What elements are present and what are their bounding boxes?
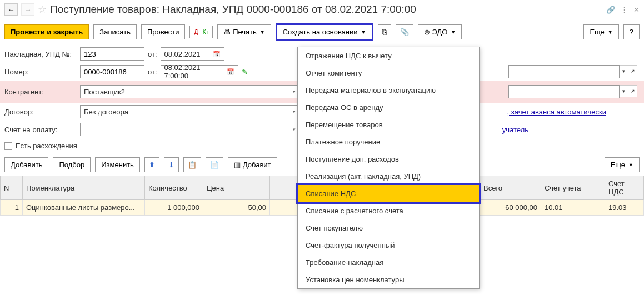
invoice-no-input[interactable]: [80, 47, 144, 61]
close-icon[interactable]: ✕: [633, 6, 640, 14]
page-title: Поступление товаров: Накладная, УПД 0000…: [50, 3, 603, 16]
scan-add-button[interactable]: ▥ Добавит: [228, 157, 277, 172]
discrepancy-label: Есть расхождения: [16, 142, 77, 150]
favorite-icon[interactable]: ☆: [38, 3, 47, 16]
contract-label: Договор:: [4, 108, 77, 116]
menu-item[interactable]: Передача ОС в аренду: [298, 99, 479, 116]
number-input[interactable]: [80, 65, 144, 78]
open-icon[interactable]: ↗: [628, 85, 637, 97]
col-total[interactable]: Всего: [480, 176, 541, 200]
link-icon[interactable]: 🔗: [606, 6, 615, 14]
select-button[interactable]: Подбор: [53, 157, 91, 172]
edit-icon[interactable]: ✎: [242, 68, 248, 76]
create-based-button[interactable]: Создать на основании ▼: [276, 23, 373, 41]
menu-item[interactable]: Списание НДС: [298, 185, 479, 202]
more-icon[interactable]: ⋮: [621, 6, 628, 14]
move-down-button[interactable]: ⬇: [164, 157, 179, 172]
contract-select[interactable]: Без договора▾: [80, 105, 299, 118]
create-based-menu: Отражение НДС к вычетуОтчет комитентуПер…: [297, 47, 480, 216]
move-up-button[interactable]: ⬆: [144, 157, 159, 172]
col-qty[interactable]: Количество: [145, 176, 203, 200]
menu-item[interactable]: Перемещение товаров: [298, 116, 479, 133]
menu-item[interactable]: Платежное поручение: [298, 133, 479, 151]
add-button[interactable]: Добавить: [4, 157, 48, 172]
calendar-icon[interactable]: 📅: [213, 51, 221, 58]
post-button[interactable]: Провести: [141, 24, 186, 39]
open-icon[interactable]: ↗: [628, 65, 637, 77]
number-label: Номер:: [4, 68, 77, 76]
account-select[interactable]: ▾: [80, 123, 299, 136]
post-close-button[interactable]: Провести и закрыть: [4, 24, 89, 39]
more-button[interactable]: Еще ▼: [583, 24, 618, 39]
col-nom[interactable]: Номенклатура: [23, 176, 145, 200]
structure-button[interactable]: ⎘: [378, 24, 391, 39]
number-date-input[interactable]: 08.02.2021 7:00:00📅: [161, 65, 238, 78]
back-button[interactable]: ←: [4, 3, 18, 16]
paste-button[interactable]: 📄: [206, 157, 223, 172]
copy-button[interactable]: 📋: [183, 157, 201, 172]
attach-button[interactable]: 📎: [396, 24, 413, 39]
calendar-icon[interactable]: 📅: [227, 68, 234, 76]
right-select-2[interactable]: [508, 85, 620, 98]
menu-item[interactable]: Поступление доп. расходов: [298, 151, 479, 168]
menu-item[interactable]: Списание с расчетного счета: [298, 202, 479, 216]
menu-item[interactable]: Отражение НДС к вычету: [298, 47, 479, 64]
help-button[interactable]: ?: [623, 24, 640, 39]
dtkt-button[interactable]: ДтКт: [189, 26, 213, 38]
col-price[interactable]: Цена: [203, 176, 270, 200]
menu-item[interactable]: Передача материалов в эксплуатацию: [298, 82, 479, 99]
from-label: от:: [148, 50, 157, 58]
col-vat[interactable]: Счет НДС: [605, 176, 644, 200]
forward-button[interactable]: →: [21, 3, 34, 16]
recipient-link[interactable]: учатель: [502, 126, 528, 134]
right-select-1[interactable]: [508, 65, 620, 78]
print-button[interactable]: 🖶 Печать ▼: [217, 24, 271, 39]
contragent-select[interactable]: Поставщик2▾: [80, 85, 299, 98]
invoice-label: Накладная, УПД №:: [4, 50, 77, 58]
dropdown-icon[interactable]: ▾: [620, 65, 628, 77]
col-n[interactable]: N: [1, 176, 23, 200]
edo-button[interactable]: ⊜ ЭДО ▼: [418, 24, 462, 39]
dropdown-icon[interactable]: ▾: [620, 85, 628, 97]
table-more-button[interactable]: Еще ▼: [605, 157, 640, 172]
menu-item[interactable]: Реализация (акт, накладная, УПД): [298, 168, 479, 185]
col-acc[interactable]: Счет учета: [541, 176, 605, 200]
from-label-2: от:: [148, 68, 157, 76]
invoice-date-input[interactable]: 08.02.2021📅: [161, 47, 224, 61]
account-label: Счет на оплату:: [4, 126, 77, 134]
save-button[interactable]: Записать: [93, 24, 137, 39]
edit-button[interactable]: Изменить: [95, 157, 140, 172]
discrepancy-checkbox[interactable]: [4, 142, 12, 150]
contragent-label: Контрагент:: [4, 88, 77, 96]
contract-link[interactable]: , зачет аванса автоматически: [507, 108, 606, 116]
menu-item[interactable]: Отчет комитенту: [298, 64, 479, 82]
